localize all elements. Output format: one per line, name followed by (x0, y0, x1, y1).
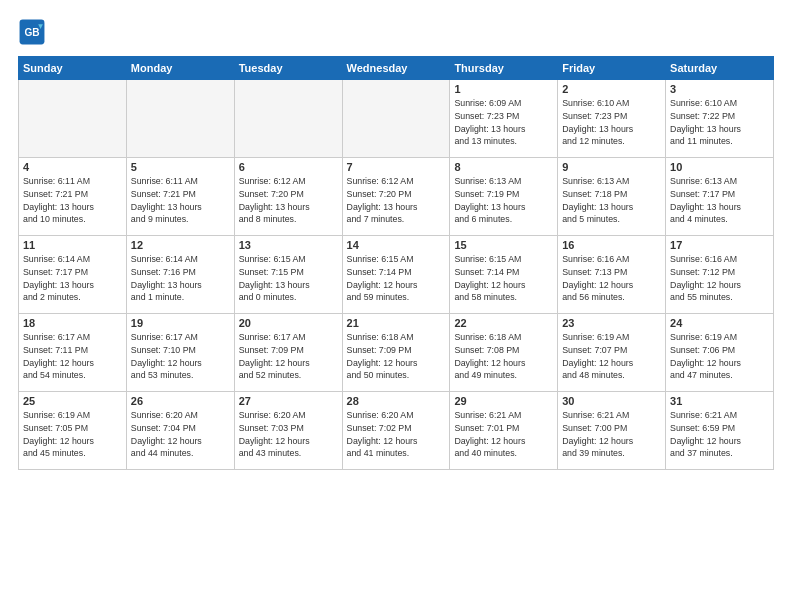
day-detail: Sunrise: 6:13 AM Sunset: 7:19 PM Dayligh… (454, 175, 553, 226)
logo-icon: GB (18, 18, 46, 46)
weekday-header-wednesday: Wednesday (342, 57, 450, 80)
day-detail: Sunrise: 6:20 AM Sunset: 7:02 PM Dayligh… (347, 409, 446, 460)
day-detail: Sunrise: 6:10 AM Sunset: 7:23 PM Dayligh… (562, 97, 661, 148)
calendar-cell (234, 80, 342, 158)
day-detail: Sunrise: 6:20 AM Sunset: 7:04 PM Dayligh… (131, 409, 230, 460)
day-detail: Sunrise: 6:18 AM Sunset: 7:09 PM Dayligh… (347, 331, 446, 382)
day-number: 12 (131, 239, 230, 251)
day-detail: Sunrise: 6:13 AM Sunset: 7:17 PM Dayligh… (670, 175, 769, 226)
day-number: 13 (239, 239, 338, 251)
day-detail: Sunrise: 6:19 AM Sunset: 7:07 PM Dayligh… (562, 331, 661, 382)
day-detail: Sunrise: 6:15 AM Sunset: 7:14 PM Dayligh… (347, 253, 446, 304)
calendar-cell: 3Sunrise: 6:10 AM Sunset: 7:22 PM Daylig… (666, 80, 774, 158)
day-detail: Sunrise: 6:16 AM Sunset: 7:13 PM Dayligh… (562, 253, 661, 304)
weekday-header-row: SundayMondayTuesdayWednesdayThursdayFrid… (19, 57, 774, 80)
day-number: 1 (454, 83, 553, 95)
day-number: 27 (239, 395, 338, 407)
day-number: 10 (670, 161, 769, 173)
day-detail: Sunrise: 6:21 AM Sunset: 6:59 PM Dayligh… (670, 409, 769, 460)
day-detail: Sunrise: 6:14 AM Sunset: 7:16 PM Dayligh… (131, 253, 230, 304)
day-detail: Sunrise: 6:19 AM Sunset: 7:05 PM Dayligh… (23, 409, 122, 460)
calendar-cell (342, 80, 450, 158)
calendar-cell: 4Sunrise: 6:11 AM Sunset: 7:21 PM Daylig… (19, 158, 127, 236)
day-number: 11 (23, 239, 122, 251)
day-detail: Sunrise: 6:19 AM Sunset: 7:06 PM Dayligh… (670, 331, 769, 382)
calendar-cell: 5Sunrise: 6:11 AM Sunset: 7:21 PM Daylig… (126, 158, 234, 236)
week-row-3: 11Sunrise: 6:14 AM Sunset: 7:17 PM Dayli… (19, 236, 774, 314)
week-row-2: 4Sunrise: 6:11 AM Sunset: 7:21 PM Daylig… (19, 158, 774, 236)
calendar-cell: 29Sunrise: 6:21 AM Sunset: 7:01 PM Dayli… (450, 392, 558, 470)
calendar-cell: 17Sunrise: 6:16 AM Sunset: 7:12 PM Dayli… (666, 236, 774, 314)
day-detail: Sunrise: 6:12 AM Sunset: 7:20 PM Dayligh… (239, 175, 338, 226)
calendar-cell: 13Sunrise: 6:15 AM Sunset: 7:15 PM Dayli… (234, 236, 342, 314)
calendar-cell (126, 80, 234, 158)
calendar-cell: 20Sunrise: 6:17 AM Sunset: 7:09 PM Dayli… (234, 314, 342, 392)
day-number: 15 (454, 239, 553, 251)
calendar-table: SundayMondayTuesdayWednesdayThursdayFrid… (18, 56, 774, 470)
day-number: 29 (454, 395, 553, 407)
calendar-cell: 6Sunrise: 6:12 AM Sunset: 7:20 PM Daylig… (234, 158, 342, 236)
calendar-cell: 12Sunrise: 6:14 AM Sunset: 7:16 PM Dayli… (126, 236, 234, 314)
week-row-1: 1Sunrise: 6:09 AM Sunset: 7:23 PM Daylig… (19, 80, 774, 158)
day-number: 22 (454, 317, 553, 329)
calendar-cell: 10Sunrise: 6:13 AM Sunset: 7:17 PM Dayli… (666, 158, 774, 236)
day-number: 21 (347, 317, 446, 329)
day-number: 19 (131, 317, 230, 329)
day-number: 2 (562, 83, 661, 95)
day-detail: Sunrise: 6:12 AM Sunset: 7:20 PM Dayligh… (347, 175, 446, 226)
day-number: 7 (347, 161, 446, 173)
day-detail: Sunrise: 6:21 AM Sunset: 7:01 PM Dayligh… (454, 409, 553, 460)
day-number: 17 (670, 239, 769, 251)
day-number: 25 (23, 395, 122, 407)
weekday-header-monday: Monday (126, 57, 234, 80)
day-number: 31 (670, 395, 769, 407)
weekday-header-saturday: Saturday (666, 57, 774, 80)
calendar-cell: 28Sunrise: 6:20 AM Sunset: 7:02 PM Dayli… (342, 392, 450, 470)
calendar-cell: 14Sunrise: 6:15 AM Sunset: 7:14 PM Dayli… (342, 236, 450, 314)
day-number: 3 (670, 83, 769, 95)
calendar-cell: 21Sunrise: 6:18 AM Sunset: 7:09 PM Dayli… (342, 314, 450, 392)
day-number: 14 (347, 239, 446, 251)
day-number: 4 (23, 161, 122, 173)
day-number: 16 (562, 239, 661, 251)
day-detail: Sunrise: 6:17 AM Sunset: 7:11 PM Dayligh… (23, 331, 122, 382)
calendar-cell: 1Sunrise: 6:09 AM Sunset: 7:23 PM Daylig… (450, 80, 558, 158)
logo: GB (18, 18, 50, 46)
calendar-cell: 22Sunrise: 6:18 AM Sunset: 7:08 PM Dayli… (450, 314, 558, 392)
calendar-cell: 30Sunrise: 6:21 AM Sunset: 7:00 PM Dayli… (558, 392, 666, 470)
day-detail: Sunrise: 6:13 AM Sunset: 7:18 PM Dayligh… (562, 175, 661, 226)
calendar-cell (19, 80, 127, 158)
calendar-page: GB SundayMondayTuesdayWednesdayThursdayF… (0, 0, 792, 612)
calendar-cell: 24Sunrise: 6:19 AM Sunset: 7:06 PM Dayli… (666, 314, 774, 392)
day-detail: Sunrise: 6:10 AM Sunset: 7:22 PM Dayligh… (670, 97, 769, 148)
day-detail: Sunrise: 6:15 AM Sunset: 7:14 PM Dayligh… (454, 253, 553, 304)
calendar-cell: 31Sunrise: 6:21 AM Sunset: 6:59 PM Dayli… (666, 392, 774, 470)
header: GB (18, 18, 774, 46)
day-number: 20 (239, 317, 338, 329)
calendar-cell: 15Sunrise: 6:15 AM Sunset: 7:14 PM Dayli… (450, 236, 558, 314)
day-detail: Sunrise: 6:14 AM Sunset: 7:17 PM Dayligh… (23, 253, 122, 304)
weekday-header-sunday: Sunday (19, 57, 127, 80)
calendar-cell: 2Sunrise: 6:10 AM Sunset: 7:23 PM Daylig… (558, 80, 666, 158)
day-number: 23 (562, 317, 661, 329)
day-number: 9 (562, 161, 661, 173)
calendar-cell: 23Sunrise: 6:19 AM Sunset: 7:07 PM Dayli… (558, 314, 666, 392)
day-detail: Sunrise: 6:11 AM Sunset: 7:21 PM Dayligh… (131, 175, 230, 226)
day-number: 6 (239, 161, 338, 173)
day-number: 5 (131, 161, 230, 173)
weekday-header-tuesday: Tuesday (234, 57, 342, 80)
day-number: 24 (670, 317, 769, 329)
day-detail: Sunrise: 6:16 AM Sunset: 7:12 PM Dayligh… (670, 253, 769, 304)
calendar-cell: 11Sunrise: 6:14 AM Sunset: 7:17 PM Dayli… (19, 236, 127, 314)
week-row-4: 18Sunrise: 6:17 AM Sunset: 7:11 PM Dayli… (19, 314, 774, 392)
calendar-cell: 26Sunrise: 6:20 AM Sunset: 7:04 PM Dayli… (126, 392, 234, 470)
day-number: 8 (454, 161, 553, 173)
day-detail: Sunrise: 6:21 AM Sunset: 7:00 PM Dayligh… (562, 409, 661, 460)
calendar-cell: 18Sunrise: 6:17 AM Sunset: 7:11 PM Dayli… (19, 314, 127, 392)
weekday-header-thursday: Thursday (450, 57, 558, 80)
calendar-cell: 9Sunrise: 6:13 AM Sunset: 7:18 PM Daylig… (558, 158, 666, 236)
day-number: 26 (131, 395, 230, 407)
calendar-cell: 7Sunrise: 6:12 AM Sunset: 7:20 PM Daylig… (342, 158, 450, 236)
day-detail: Sunrise: 6:17 AM Sunset: 7:09 PM Dayligh… (239, 331, 338, 382)
weekday-header-friday: Friday (558, 57, 666, 80)
